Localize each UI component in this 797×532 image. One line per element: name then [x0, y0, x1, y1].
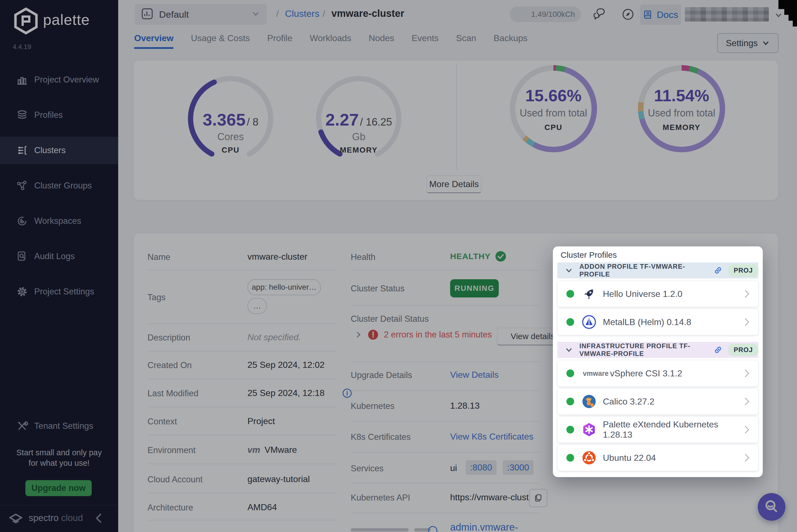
link-icon: [713, 266, 723, 275]
cluster-profiles-popup: Cluster Profiles ADDON PROFILE TF-VMWARE…: [553, 246, 763, 477]
vmware-icon: vmware: [581, 366, 610, 381]
infrastructure-profile-header[interactable]: INFRASTRUCTURE PROFILE TF-VMWARE-PROFILE…: [557, 342, 758, 358]
chevron-down-icon: [565, 267, 573, 274]
addon-profile-header[interactable]: ADDON PROFILE TF-VMWARE-PROFILE PROJ: [557, 262, 758, 279]
ubuntu-icon: [581, 450, 597, 466]
scope-badge: PROJ: [728, 344, 758, 356]
profile-layer-name: Palette eXtended Kubernetes 1.28.13: [603, 419, 743, 440]
profile-layer-name: Hello Universe 1.2.0: [603, 289, 683, 299]
chevron-right-icon: [743, 452, 751, 463]
calico-icon: [581, 394, 597, 409]
vmware-wordmark: vmware: [583, 369, 609, 378]
profile-layer-calico[interactable]: Calico 3.27.2: [557, 388, 758, 415]
palette-hex-icon: [581, 422, 597, 437]
profile-layer-name: Calico 3.27.2: [603, 397, 654, 407]
app-root: palette 4.4.19 Project Overview Profiles…: [0, 0, 797, 532]
rocket-icon: [581, 286, 597, 302]
infrastructure-profile-name: INFRASTRUCTURE PROFILE TF-VMWARE-PROFILE: [579, 342, 708, 358]
profile-layer-metallb[interactable]: MetalLB (Helm) 0.14.8: [557, 309, 758, 335]
status-dot-green: [566, 398, 574, 405]
profile-layer-name: MetalLB (Helm) 0.14.8: [603, 317, 691, 327]
profile-layer-hello-universe[interactable]: Hello Universe 1.2.0: [557, 281, 758, 307]
chevron-down-icon: [565, 346, 573, 354]
chevron-right-icon: [743, 317, 751, 327]
chevron-right-icon: [743, 368, 751, 379]
addon-profile-name: ADDON PROFILE TF-VMWARE-PROFILE: [579, 263, 708, 278]
metallb-icon: [581, 314, 597, 330]
chevron-right-icon: [743, 396, 751, 407]
chevron-right-icon: [743, 424, 751, 435]
status-dot-green: [566, 426, 574, 434]
chevron-right-icon: [743, 288, 751, 299]
profile-layer-ubuntu[interactable]: Ubuntu 22.04: [557, 444, 758, 471]
status-dot-green: [566, 454, 574, 462]
status-dot-green: [566, 318, 574, 326]
status-dot-green: [566, 369, 574, 377]
popup-title: Cluster Profiles: [561, 250, 617, 260]
scope-badge: PROJ: [728, 264, 758, 277]
profile-layer-name: Ubuntu 22.04: [603, 453, 656, 463]
status-dot-green: [566, 290, 574, 298]
link-icon: [713, 345, 723, 355]
profile-layer-palette-xk[interactable]: Palette eXtended Kubernetes 1.28.13: [557, 416, 758, 443]
profile-layer-name: vSphere CSI 3.1.2: [610, 368, 682, 379]
profile-layer-vsphere-csi[interactable]: vmware vSphere CSI 3.1.2: [557, 360, 758, 386]
